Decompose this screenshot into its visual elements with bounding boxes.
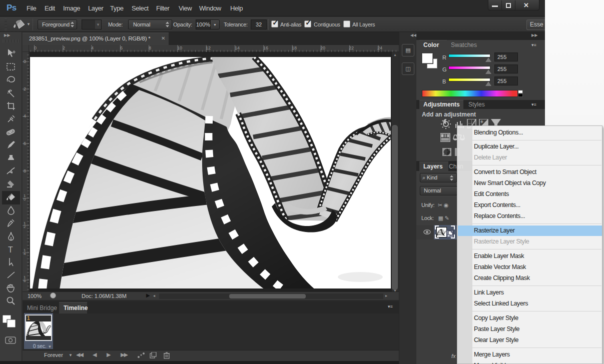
svg-text:T: T — [8, 246, 13, 254]
svg-text:+: + — [480, 119, 483, 124]
